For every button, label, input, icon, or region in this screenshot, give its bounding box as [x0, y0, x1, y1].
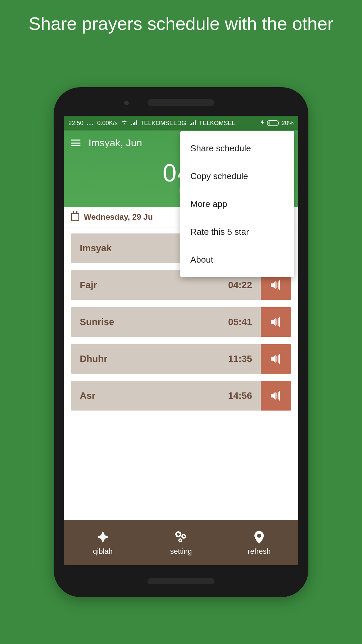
hamburger-icon[interactable] [71, 140, 80, 146]
phone-camera [124, 101, 129, 105]
status-carrier2: TELKOMSEL [199, 120, 235, 127]
nav-qiblah[interactable]: qiblah [64, 520, 142, 565]
bottom-nav: qiblah setting r [64, 520, 298, 565]
prayer-time: 14:56 [228, 390, 252, 401]
compass-icon [96, 530, 110, 544]
nav-refresh[interactable]: refresh [220, 520, 298, 565]
speaker-icon [270, 354, 282, 364]
prayer-time: 11:35 [228, 354, 252, 364]
phone-frame: 22:50 ... 0.00K/s TELKOMSEL 3G TELKOMSEL [54, 87, 308, 597]
prayer-name: Dhuhr [80, 354, 107, 364]
calendar-icon [71, 213, 79, 221]
prayer-name: Asr [80, 390, 96, 401]
nav-label: setting [170, 547, 192, 556]
menu-rate-5-star[interactable]: Rate this 5 star [180, 218, 294, 246]
status-dots-icon: ... [87, 120, 94, 127]
prayer-name: Fajr [80, 280, 97, 290]
prayer-row-sunrise: Sunrise 05:41 [71, 307, 291, 337]
menu-more-app[interactable]: More app [180, 190, 294, 218]
overflow-menu: Share schedule Copy schedule More app Ra… [180, 131, 294, 277]
nav-label: refresh [248, 547, 270, 556]
sound-toggle-button[interactable] [261, 381, 291, 411]
status-battery-pct: 20% [282, 120, 294, 127]
battery-icon [267, 120, 279, 126]
phone-speaker-bottom [147, 578, 215, 584]
nav-label: qiblah [93, 547, 113, 556]
phone-speaker [147, 99, 215, 106]
svg-point-5 [179, 539, 181, 541]
prayer-time: 04:22 [228, 280, 252, 290]
signal-icon [131, 120, 137, 127]
prayer-name: Sunrise [80, 317, 114, 327]
prayer-row-asr: Asr 14:56 [71, 381, 291, 411]
phone-screen: 22:50 ... 0.00K/s TELKOMSEL 3G TELKOMSEL [64, 116, 298, 565]
status-data-rate: 0.00K/s [97, 120, 118, 127]
menu-copy-schedule[interactable]: Copy schedule [180, 162, 294, 190]
prayer-time: 05:41 [228, 317, 252, 327]
prayer-row-dhuhr: Dhuhr 11:35 [71, 344, 291, 374]
status-time: 22:50 [68, 120, 83, 127]
pin-icon [252, 530, 266, 544]
menu-about[interactable]: About [180, 246, 294, 274]
menu-share-schedule[interactable]: Share schedule [180, 135, 294, 162]
prayer-name: Imsyak [80, 243, 112, 254]
sound-toggle-button[interactable] [261, 307, 291, 337]
gear-icon [174, 530, 188, 544]
svg-point-3 [183, 535, 185, 537]
promo-title: Share prayers schedule with the other [0, 0, 362, 42]
sound-toggle-button[interactable] [261, 344, 291, 374]
charging-icon [261, 120, 264, 127]
nav-setting[interactable]: setting [142, 520, 220, 565]
status-carrier1: TELKOMSEL 3G [140, 120, 186, 127]
svg-point-1 [177, 533, 180, 536]
svg-point-6 [257, 534, 261, 538]
speaker-icon [270, 391, 282, 401]
wifi-icon [121, 120, 128, 127]
toolbar-title: Imsyak, Jun [88, 137, 142, 149]
speaker-icon [270, 317, 282, 327]
signal-icon-2 [190, 120, 196, 127]
date-text: Wednesday, 29 Ju [84, 212, 153, 222]
speaker-icon [270, 280, 282, 290]
status-bar: 22:50 ... 0.00K/s TELKOMSEL 3G TELKOMSEL [64, 116, 298, 130]
